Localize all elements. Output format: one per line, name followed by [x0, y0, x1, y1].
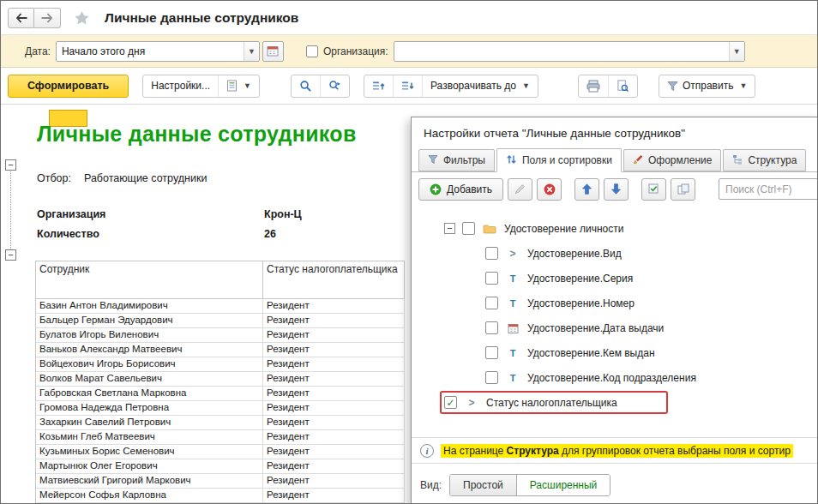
tab-structure[interactable]: Структура	[723, 149, 806, 171]
checkbox[interactable]	[485, 371, 498, 384]
forward-button[interactable]	[34, 8, 61, 28]
print-button[interactable]	[579, 75, 608, 97]
report-toolbar: Сформировать Настройки... ▼	[1, 68, 817, 105]
table-row[interactable]: Мартынюк Олег ЕгоровичРезидент	[36, 459, 405, 474]
org-checkbox[interactable]	[306, 45, 318, 57]
table-row[interactable]: Кузьминых Борис СеменовичРезидент	[36, 445, 405, 459]
tree-item-label: Удостоверение.Кем выдан	[527, 347, 655, 359]
employee-column-header[interactable]: Сотрудник	[36, 261, 263, 299]
check-all-icon	[648, 183, 659, 195]
search-input[interactable]	[719, 178, 818, 200]
table-row[interactable]: Козьмин Глеб МатвеевичРезидент	[36, 430, 405, 445]
table-row[interactable]: Мейерсон Софья КарловнаРезидент	[36, 489, 405, 503]
copy-button[interactable]	[671, 178, 695, 201]
app-window: Личные данные сотрудников Дата: Начало э…	[0, 0, 818, 504]
fields-sort-icon	[506, 154, 517, 167]
org-combobox[interactable]: ▼	[394, 41, 745, 62]
view-simple-button[interactable]: Простой	[450, 475, 516, 495]
tab-label: Фильтры	[443, 154, 485, 166]
search-button[interactable]	[292, 75, 320, 97]
table-row[interactable]: Габровская Светлана МарковнаРезидент	[36, 387, 405, 401]
search-icon	[299, 80, 312, 93]
move-up-button[interactable]	[574, 178, 599, 201]
table-row[interactable]: Захаркин Савелий ПетровичРезидент	[36, 416, 405, 430]
text-icon: T	[505, 298, 520, 309]
collapse-group-icon[interactable]: −	[5, 249, 16, 261]
table-row[interactable]: Громова Надежда ПетровнаРезидент	[36, 401, 405, 416]
report-variants-button[interactable]: ▼	[218, 75, 259, 97]
employee-name-cell: Громова Надежда Петровна	[36, 401, 263, 416]
view-toggle: Простой Расширенный	[449, 474, 610, 496]
tree-item[interactable]: Удостоверение.Дата выдачи	[412, 315, 818, 340]
tab-appearance[interactable]: Оформление	[623, 149, 721, 171]
tab-filters[interactable]: Фильтры	[418, 149, 495, 171]
table-row[interactable]: Базин Антон ВладимировичРезидент	[36, 299, 405, 314]
checkbox[interactable]	[485, 346, 498, 359]
table-row[interactable]: Волков Марат СавельевичРезидент	[36, 372, 405, 387]
employee-name-cell: Габровская Светлана Марковна	[36, 387, 263, 401]
tree-item[interactable]: TУдостоверение.Номер	[412, 291, 818, 315]
status-cell: Резидент	[263, 357, 405, 372]
settings-button[interactable]: Настройки...	[143, 75, 218, 97]
dialog-tree: −Удостоверение личности>Удостоверение.Ви…	[412, 206, 818, 437]
table-row[interactable]: Булатов Игорь ВиленовичРезидент	[36, 328, 405, 343]
search-next-button[interactable]	[320, 75, 349, 97]
count-row-value: 26	[264, 228, 276, 240]
checkbox[interactable]	[485, 272, 498, 285]
back-button[interactable]	[8, 8, 34, 28]
tree-item[interactable]: >Удостоверение.Вид	[412, 241, 818, 266]
check-all-button[interactable]	[641, 178, 666, 201]
tree-item[interactable]: TУдостоверение.Код подразделения	[412, 365, 818, 390]
dialog-title: Настройки отчета "Личные данные сотрудни…	[412, 117, 818, 148]
text-icon: T	[505, 348, 520, 358]
collapse-group-icon[interactable]: −	[5, 159, 16, 171]
status-cell: Резидент	[263, 387, 405, 401]
tree-item[interactable]: TУдостоверение.Кем выдан	[412, 340, 818, 365]
arrow-right-icon	[41, 13, 53, 23]
table-row[interactable]: Бальцер Герман ЭдуардовичРезидент	[36, 314, 405, 328]
tab-label: Поля и сортировки	[522, 154, 612, 166]
chevron-down-icon[interactable]: ▼	[244, 42, 259, 61]
info-bar: i На странице Структура для группировок …	[412, 437, 818, 463]
collapse-levels-button[interactable]	[364, 75, 393, 97]
date-value: Начало этого дня	[57, 45, 244, 57]
table-row[interactable]: Ваньков Александр МатвеевичРезидент	[36, 343, 405, 357]
table-row[interactable]: Матвиевский Григорий МарковичРезидент	[36, 474, 405, 489]
checkbox[interactable]: ✓	[444, 396, 457, 409]
generate-button[interactable]: Сформировать	[8, 75, 129, 98]
status-cell: Резидент	[263, 401, 405, 416]
text-icon: T	[505, 373, 520, 383]
tree-item[interactable]: TУдостоверение.Серия	[412, 266, 818, 291]
collapse-icon[interactable]: −	[444, 223, 455, 234]
expand-levels-button[interactable]	[393, 75, 422, 97]
date-combobox[interactable]: Начало этого дня ▼	[56, 41, 260, 62]
checkbox[interactable]	[485, 321, 498, 334]
status-cell: Резидент	[263, 474, 405, 489]
chevron-down-icon[interactable]: ▼	[729, 42, 744, 61]
expand-to-label: Разворачивать до	[430, 80, 516, 92]
move-down-button[interactable]	[604, 178, 629, 201]
tab-fields-sorting[interactable]: Поля и сортировки	[496, 148, 622, 172]
checkbox[interactable]	[485, 297, 498, 309]
status-column-header[interactable]: Статус налогоплательщика	[263, 261, 405, 299]
delete-button[interactable]	[537, 178, 562, 201]
calendar-icon	[267, 45, 279, 57]
tree-item[interactable]: −Удостоверение личности	[412, 216, 818, 241]
tree-item-label: Удостоверение.Номер	[527, 297, 635, 309]
checkbox[interactable]	[485, 247, 498, 260]
page-title: Личные данные сотрудников	[105, 10, 298, 26]
add-button[interactable]: Добавить	[418, 178, 503, 201]
table-row[interactable]: Войцехович Игорь БорисовичРезидент	[36, 357, 405, 372]
print-group	[578, 75, 638, 98]
favorite-star-icon[interactable]	[74, 10, 90, 26]
view-extended-button[interactable]: Расширенный	[516, 475, 610, 495]
checkbox[interactable]	[462, 222, 475, 235]
tree-item[interactable]: ✓>Статус налогоплательщика	[412, 390, 818, 415]
print-preview-button[interactable]	[608, 75, 637, 97]
chevron-down-icon: ▼	[522, 81, 530, 90]
send-button[interactable]: Отправить ▼	[659, 75, 755, 97]
settings-group: Настройки... ▼	[142, 75, 260, 98]
expand-to-button[interactable]: Разворачивать до ▼	[422, 75, 538, 97]
calendar-button[interactable]	[262, 41, 284, 62]
edit-button[interactable]	[508, 178, 532, 201]
